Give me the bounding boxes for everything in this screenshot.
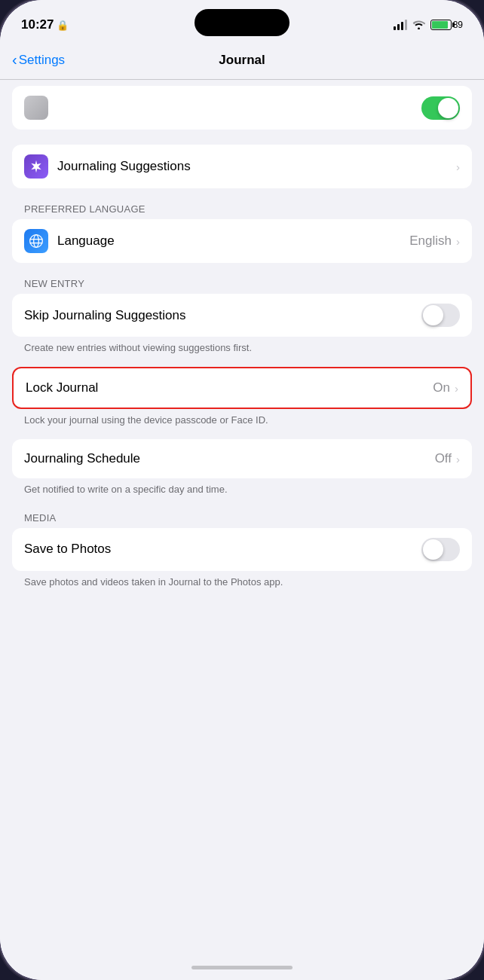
journaling-schedule-row[interactable]: Journaling Schedule Off › bbox=[12, 439, 472, 478]
language-label: Language bbox=[57, 234, 409, 249]
status-icons: 89 bbox=[394, 19, 463, 32]
home-indicator bbox=[0, 954, 484, 980]
journaling-schedule-label: Journaling Schedule bbox=[24, 451, 435, 466]
journaling-suggestions-row[interactable]: Journaling Suggestions › bbox=[12, 145, 472, 188]
language-icon bbox=[24, 229, 48, 253]
lock-journal-chevron-icon: › bbox=[455, 382, 458, 395]
journaling-schedule-value: Off bbox=[435, 451, 452, 466]
media-card: Save to Photos bbox=[12, 528, 472, 571]
save-to-photos-footer: Save photos and videos taken in Journal … bbox=[0, 571, 484, 589]
partial-icon bbox=[24, 96, 48, 120]
content-area: Journaling Suggestions › PREFERRED LANGU… bbox=[0, 80, 484, 954]
skip-suggestions-label: Skip Journaling Suggestions bbox=[24, 308, 421, 323]
journaling-suggestions-label: Journaling Suggestions bbox=[57, 159, 456, 174]
language-row[interactable]: Language English › bbox=[12, 219, 472, 263]
language-chevron-icon: › bbox=[456, 235, 460, 248]
save-to-photos-row[interactable]: Save to Photos bbox=[12, 528, 472, 571]
wifi-icon bbox=[412, 19, 425, 32]
language-value: English bbox=[409, 234, 452, 249]
battery-indicator: 89 bbox=[430, 20, 463, 30]
suggestions-chevron-icon: › bbox=[456, 160, 460, 173]
lock-journal-container: Lock Journal On › bbox=[12, 367, 472, 409]
screen: 10:27 🔒 89 bbox=[0, 0, 484, 980]
home-bar bbox=[191, 966, 293, 969]
lock-journal-section: Lock Journal On › Lock your journal usin… bbox=[0, 367, 484, 427]
status-time: 10:27 🔒 bbox=[21, 17, 69, 32]
journaling-schedule-chevron-icon: › bbox=[456, 453, 460, 466]
page-title: Journal bbox=[219, 53, 265, 68]
back-chevron-icon: ‹ bbox=[12, 52, 17, 67]
skip-suggestions-footer: Create new entries without viewing sugge… bbox=[0, 337, 484, 355]
partial-row bbox=[12, 86, 472, 130]
lock-journal-label: Lock Journal bbox=[26, 380, 433, 395]
partial-toggle[interactable] bbox=[421, 96, 460, 120]
phone-frame: 10:27 🔒 89 bbox=[0, 0, 484, 980]
media-section-label: MEDIA bbox=[0, 512, 484, 528]
journaling-suggestions-section: Journaling Suggestions › bbox=[0, 145, 484, 188]
new-entry-section-label: NEW ENTRY bbox=[0, 278, 484, 294]
dynamic-island bbox=[195, 9, 289, 36]
save-to-photos-label: Save to Photos bbox=[24, 542, 421, 557]
new-entry-section: NEW ENTRY Skip Journaling Suggestions Cr… bbox=[0, 278, 484, 355]
svg-point-1 bbox=[34, 235, 39, 248]
battery-percent: 89 bbox=[453, 20, 463, 30]
language-card: Language English › bbox=[12, 219, 472, 263]
lock-journal-value: On bbox=[433, 380, 450, 395]
save-to-photos-toggle[interactable] bbox=[421, 538, 460, 561]
nav-bar: ‹ Settings Journal bbox=[0, 41, 484, 80]
journaling-schedule-card: Journaling Schedule Off › bbox=[12, 439, 472, 478]
skip-suggestions-toggle[interactable] bbox=[421, 304, 460, 327]
new-entry-card: Skip Journaling Suggestions bbox=[12, 294, 472, 337]
suggestions-icon bbox=[24, 154, 48, 179]
top-partial-card bbox=[12, 86, 472, 130]
lock-journal-row[interactable]: Lock Journal On › bbox=[14, 368, 470, 408]
journaling-suggestions-card: Journaling Suggestions › bbox=[12, 145, 472, 188]
lock-status-icon: 🔒 bbox=[57, 20, 69, 31]
skip-suggestions-row[interactable]: Skip Journaling Suggestions bbox=[12, 294, 472, 337]
lock-journal-footer: Lock your journal using the device passc… bbox=[0, 409, 484, 427]
media-section: MEDIA Save to Photos Save photos and vid… bbox=[0, 512, 484, 589]
journaling-schedule-footer: Get notified to write on a specific day … bbox=[0, 478, 484, 496]
signal-icon bbox=[394, 20, 407, 30]
preferred-language-section: PREFERRED LANGUAGE Language Engl bbox=[0, 203, 484, 263]
time-display: 10:27 bbox=[21, 17, 54, 32]
back-button[interactable]: ‹ Settings bbox=[12, 53, 65, 68]
preferred-language-section-label: PREFERRED LANGUAGE bbox=[0, 203, 484, 219]
svg-point-0 bbox=[30, 235, 43, 248]
back-label: Settings bbox=[19, 53, 65, 68]
journaling-schedule-section: Journaling Schedule Off › Get notified t… bbox=[0, 439, 484, 496]
